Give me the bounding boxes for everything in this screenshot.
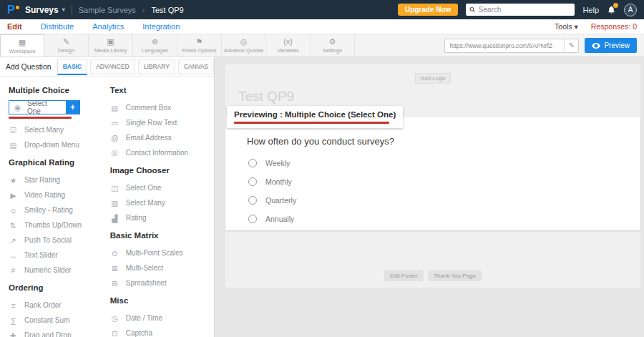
help-link[interactable]: Help — [582, 6, 599, 14]
menu-bar: Edit Distribute Analytics Integration To… — [0, 19, 644, 34]
tab-languages[interactable]: ⊕ Languages — [133, 34, 177, 57]
design-icon: ✎ — [63, 37, 69, 47]
question-type-email-address[interactable]: @ Email Address — [110, 130, 208, 145]
tab-variables[interactable]: {x} Variables — [266, 34, 311, 57]
radio-button[interactable] — [248, 196, 257, 205]
question-type-thumbs-up-down[interactable]: ⇅ Thumbs Up/Down — [9, 218, 97, 233]
question-type-date-time[interactable]: ◷ Date / Time — [110, 311, 208, 326]
constant-sum-icon: ∑ — [9, 316, 18, 325]
tab-basic[interactable]: BASIC — [57, 59, 87, 75]
upgrade-now-button[interactable]: Upgrade Now — [398, 4, 458, 16]
surveys-label: Surveys — [25, 5, 59, 15]
question-type-push-to-social[interactable]: ↗ Push To Social — [9, 233, 97, 248]
smiley-rating-icon: ☺ — [9, 206, 18, 215]
question-type-captcha[interactable]: ⊡ Captcha — [110, 326, 208, 337]
question-type-spreadsheet[interactable]: ⊞ Spreadsheet — [110, 275, 208, 290]
edit-url-icon[interactable]: ✎ — [564, 39, 578, 52]
tools-dropdown[interactable]: Tools ▾ — [555, 22, 578, 31]
add-question-panel: Add Question BASIC ADVANCED LIBRARY CANV… — [0, 57, 215, 337]
menu-integration[interactable]: Integration — [142, 22, 180, 31]
tab-workspace[interactable]: ▦ Workspace — [0, 34, 44, 57]
logo-letter: P — [7, 4, 15, 16]
preview-button[interactable]: Preview — [585, 38, 637, 53]
section-heading-text: Text — [110, 86, 208, 94]
menu-edit[interactable]: Edit — [7, 22, 22, 31]
topbar-divider — [72, 5, 72, 15]
email-address-icon: @ — [110, 134, 119, 142]
answer-option: Annually — [248, 210, 640, 228]
tab-settings[interactable]: ⚙ Settings — [311, 34, 355, 57]
question-type-text-slider[interactable]: ↔ Text Slider — [9, 248, 97, 263]
tab-advance-quotas[interactable]: ◎ Advance Quotas — [222, 34, 266, 57]
question-type-image-rating[interactable]: ▟ Rating — [110, 210, 208, 225]
workspace-icon: ▦ — [19, 38, 26, 47]
question-type-image-select-many[interactable]: ▥ Select Many — [110, 195, 208, 210]
video-rating-icon: ▶ — [9, 191, 18, 200]
menu-distribute[interactable]: Distribute — [41, 22, 74, 31]
radio-button[interactable] — [248, 159, 257, 167]
thumbs-up-down-icon: ⇅ — [9, 221, 18, 230]
responses-count-link[interactable]: Responses: 0 — [591, 22, 637, 31]
previewing-header: Previewing : Multiple Choice (Select One… — [227, 106, 403, 128]
image-select-many-icon: ▥ — [110, 199, 119, 207]
search-input[interactable] — [479, 6, 572, 14]
captcha-icon: ⊡ — [110, 329, 119, 337]
section-heading-ordering: Ordering — [9, 283, 97, 292]
question-type-rank-order[interactable]: ≡ Rank Order — [9, 298, 97, 313]
section-heading-multiple-choice: Multiple Choice — [9, 86, 97, 94]
notifications-button[interactable] — [607, 5, 616, 14]
tab-advanced[interactable]: ADVANCED — [90, 59, 135, 74]
image-rating-icon: ▟ — [110, 214, 119, 223]
tab-library[interactable]: LIBRARY — [138, 59, 175, 74]
edit-footer-button[interactable]: Edit Footer — [384, 270, 424, 281]
survey-canvas: Add Logo Test QP9 Previewing : Multiple … — [215, 57, 644, 337]
tab-finish-options[interactable]: ⚑ Finish Options — [177, 34, 222, 57]
logo-accent-dot — [16, 6, 19, 9]
global-search[interactable] — [466, 4, 575, 16]
question-type-smiley-rating[interactable]: ☺ Smiley - Rating — [9, 202, 97, 218]
languages-icon: ⊕ — [152, 37, 158, 47]
question-type-select-one[interactable]: ◉ Select One + — [9, 100, 80, 114]
question-type-select-many[interactable]: ☑ Select Many — [9, 122, 97, 137]
section-heading-graphical-rating: Graphical Rating — [9, 158, 97, 167]
spreadsheet-icon: ⊞ — [110, 279, 119, 288]
eye-icon — [592, 43, 600, 49]
breadcrumb-parent-link[interactable]: Sample Surveys — [79, 6, 136, 14]
question-type-star-rating[interactable]: ★ Star Rating — [9, 172, 97, 187]
star-rating-icon: ★ — [9, 176, 18, 185]
menu-analytics[interactable]: Analytics — [92, 22, 124, 31]
questionpro-logo[interactable]: P — [7, 4, 19, 16]
question-type-video-rating[interactable]: ▶ Video Rating — [9, 187, 97, 202]
question-type-dropdown-menu[interactable]: ▤ Drop-down Menu — [9, 137, 97, 152]
question-type-multi-select[interactable]: ⊠ Multi-Select — [110, 260, 208, 275]
thank-you-page-button[interactable]: Thank You Page — [428, 270, 482, 281]
radio-button[interactable] — [248, 215, 257, 223]
question-type-image-select-one[interactable]: ◫ Select One — [110, 180, 208, 195]
question-type-comment-box[interactable]: ▤ Comment Box — [110, 100, 208, 115]
section-heading-misc: Misc — [110, 296, 208, 305]
finish-options-icon: ⚑ — [196, 37, 203, 47]
tab-media-library[interactable]: ▣ Media Library — [89, 34, 133, 57]
question-type-constant-sum[interactable]: ∑ Constant Sum — [9, 313, 97, 328]
survey-title[interactable]: Test QP9 — [238, 89, 294, 104]
multi-select-icon: ⊠ — [110, 264, 119, 273]
question-type-numeric-slider[interactable]: # Numeric Slider — [9, 263, 97, 278]
surveys-menu-button[interactable]: Surveys ▾ — [25, 5, 65, 15]
account-avatar[interactable]: A — [624, 4, 637, 16]
tab-design[interactable]: ✎ Design — [44, 34, 89, 57]
tab-canvas[interactable]: CANVAS — [178, 59, 214, 74]
select-one-icon: ◉ — [13, 103, 22, 112]
section-heading-image-chooser: Image Chooser — [110, 166, 208, 175]
question-type-drag-and-drop[interactable]: ✚ Drag and Drop — [9, 328, 97, 337]
push-to-social-icon: ↗ — [9, 236, 18, 245]
section-heading-basic-matrix: Basic Matrix — [110, 231, 208, 240]
question-type-contact-information[interactable]: ☏ Contact Information — [110, 145, 208, 160]
survey-url-input[interactable] — [445, 42, 564, 49]
radio-button[interactable] — [248, 177, 257, 186]
question-text: How often do you conduct surveys? — [247, 136, 640, 147]
question-type-multi-point-scales[interactable]: ⊙ Multi-Point Scales — [110, 245, 208, 260]
survey-toolbar: ▦ Workspace ✎ Design ▣ Media Library ⊕ L… — [0, 34, 644, 57]
add-question-plus-button[interactable]: + — [66, 101, 79, 114]
question-type-single-row-text[interactable]: ▭ Single Row Text — [110, 115, 208, 130]
add-logo-button[interactable]: Add Logo — [415, 73, 451, 84]
